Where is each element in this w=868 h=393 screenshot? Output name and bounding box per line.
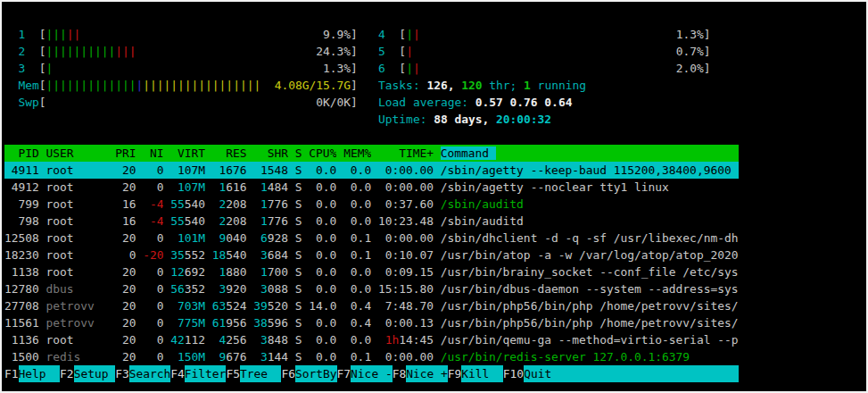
sort-column-label: Command (441, 146, 496, 160)
cpu-meter-3: 3[|1.3%] (19, 60, 358, 77)
cell-nice: 0 (143, 230, 163, 247)
cell-user: root (46, 162, 109, 179)
time-rest-part: 0:00.00 (385, 180, 434, 194)
meter-close-bracket: ] (351, 45, 358, 58)
cell-priority: 20 (115, 179, 136, 196)
process-row-1138[interactable]: 1138root2001269218801700S0.00.00:09.15/u… (4, 263, 739, 280)
cell-user: dbus (46, 280, 109, 297)
process-row-18230[interactable]: 18230root0-2035552185403684S0.00.10:10.0… (4, 247, 739, 263)
memory-meter-bar: |||||||||||||||||||||||||||||||4.08G/15.… (46, 77, 351, 94)
value-high-part: 55 (170, 197, 185, 211)
value-low-part: 676 (226, 350, 246, 364)
cell-res: 9040 (212, 230, 247, 247)
cell-command: /sbin/agetty --noclear tty1 linux (441, 179, 739, 196)
value-low-part: 548 (268, 163, 288, 177)
process-row-4911[interactable]: 4911root200107M16761548S0.00.00:00.00/sb… (4, 162, 739, 179)
value-low-part: 112 (185, 333, 205, 347)
meter-bars: || (406, 60, 420, 77)
bar-segment: |||||||||| (46, 45, 116, 58)
fkey-f3-search[interactable]: F3Search (115, 365, 170, 382)
cpu-meter-1-value: 9.9% (323, 26, 351, 43)
process-row-27708[interactable]: 27708petrovv200703M6352439520S14.00.47:4… (4, 297, 739, 314)
cell-pid: 11561 (4, 314, 39, 331)
meter-open-bracket: [ (399, 45, 406, 58)
fkey-f5-tree[interactable]: F5Tree (226, 365, 281, 382)
col-header-cmd[interactable]: Command (441, 145, 739, 162)
cell-res: 2208 (212, 213, 247, 230)
process-row-4912[interactable]: 4912root200107M16161484S0.00.00:00.00/sb… (4, 179, 739, 196)
text-segment: 120 (461, 79, 482, 92)
cell-mem-percent: 0.0 (343, 213, 371, 230)
fkey-f8-nice[interactable]: F8Nice + (393, 365, 448, 382)
col-header-res[interactable]: RES (212, 145, 247, 162)
cell-priority: 16 (115, 213, 136, 230)
col-header-time[interactable]: TIME+ (378, 145, 434, 162)
col-header-s[interactable]: S (295, 145, 302, 162)
col-header-pid[interactable]: PID (4, 145, 39, 162)
cell-command: /sbin/dhclient -d -q -sf /usr/libexec/nm… (441, 230, 739, 247)
cell-state: S (295, 162, 302, 179)
cell-priority: 16 (115, 196, 136, 213)
fkey-f4-filter[interactable]: F4Filter (170, 365, 226, 382)
value-low-part: 920 (226, 282, 246, 296)
process-row-1500[interactable]: 1500redis200150M96763144S0.00.10:00.00/u… (4, 348, 739, 365)
memory-meter-value: 4.08G/15.7G (275, 77, 351, 94)
cell-time: 0:00.00 (378, 179, 434, 196)
process-row-12508[interactable]: 12508root200101M90406928S0.00.10:00.00/s… (4, 230, 739, 247)
meter-open-bracket: [ (39, 45, 46, 58)
cpu-meter-4-value: 1.3% (676, 26, 704, 43)
cell-command: /usr/bin/php56/bin/php /home/petrovv/sit… (441, 297, 739, 314)
process-row-1136[interactable]: 1136root2004211242563848S0.00.01h14:45/u… (4, 331, 739, 348)
fkey-f6-sortby[interactable]: F6SortBy (281, 365, 336, 382)
cell-state: S (295, 213, 302, 230)
col-header-cpu[interactable]: CPU% (309, 145, 336, 162)
process-row-12780[interactable]: 12780dbus2005635239203088S0.00.015:15.80… (4, 280, 739, 297)
text-segment: 126, (426, 79, 461, 92)
value-high-part: 35 (170, 248, 185, 262)
cell-pid: 18230 (4, 247, 39, 263)
cell-res: 3920 (212, 280, 247, 297)
cell-command: /usr/bin/qemu-ga --method=virtio-serial … (441, 331, 739, 348)
process-table: PIDUSERPRINIVIRTRESSHRSCPU%MEM%TIME+Comm… (4, 145, 739, 365)
fkey-f1-help[interactable]: F1Help (4, 365, 60, 382)
fkey-f7-nice[interactable]: F7Nice - (337, 365, 393, 382)
bar-segment: | (406, 62, 413, 75)
cell-nice: 0 (143, 314, 163, 331)
col-header-shr[interactable]: SHR (253, 145, 288, 162)
value-high-part: 101M (178, 231, 205, 245)
cell-res: 61956 (212, 314, 247, 331)
value-high-part: 1 (260, 163, 268, 177)
col-header-ni[interactable]: NI (143, 145, 163, 162)
col-header-mem[interactable]: MEM% (343, 145, 371, 162)
cell-shr: 1484 (253, 179, 288, 196)
process-row-799[interactable]: 799root16-45554022081776S0.00.00:37.60/s… (4, 196, 739, 213)
value-low-part: 088 (268, 282, 288, 296)
tasks-summary: Tasks: 126, 120 thr; 1 running (378, 77, 711, 94)
meter-close-bracket: ] (351, 79, 358, 92)
col-header-virt[interactable]: VIRT (170, 145, 205, 162)
col-header-pri[interactable]: PRI (115, 145, 136, 162)
col-header-user[interactable]: USER (46, 145, 109, 162)
cell-pid: 1138 (4, 263, 39, 280)
fkey-label: Setup (74, 365, 116, 382)
cell-res: 18540 (212, 247, 247, 263)
fkey-f9-kill[interactable]: F9Kill (448, 365, 503, 382)
process-row-798[interactable]: 798root16-45554022081776S0.00.010:23.48/… (4, 213, 739, 230)
cell-state: S (295, 263, 302, 280)
fkey-number: F3 (115, 365, 129, 382)
cell-cpu-percent: 0.0 (309, 162, 336, 179)
fkey-f10-quit[interactable]: F10Quit (503, 365, 739, 382)
value-high-part: 39 (253, 299, 268, 313)
process-row-11561[interactable]: 11561petrovv200775M6195638596S0.00.40:00… (4, 314, 739, 331)
value-low-part: 776 (268, 214, 288, 228)
cell-res: 9676 (212, 348, 247, 365)
cell-priority: 20 (115, 348, 136, 365)
value-low-part: 880 (226, 265, 246, 279)
cell-nice: 0 (143, 280, 163, 297)
cell-priority: 20 (115, 297, 136, 314)
fkey-number: F1 (4, 365, 19, 382)
meter-bars: ||||||||||||| (46, 43, 136, 60)
cell-time: 1h14:45 (378, 331, 434, 348)
load-average: Load average: 0.57 0.76 0.64 (378, 94, 711, 111)
fkey-f2-setup[interactable]: F2Setup (60, 365, 115, 382)
